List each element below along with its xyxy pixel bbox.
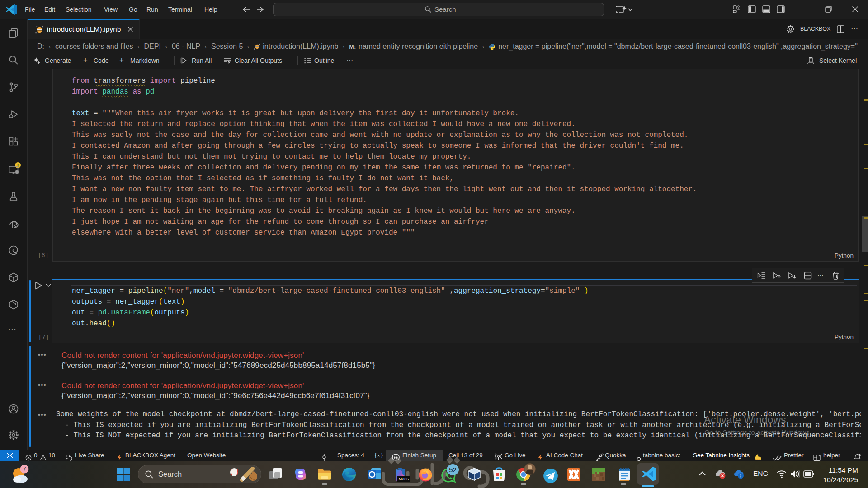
svg-text:7: 7 xyxy=(23,465,26,473)
